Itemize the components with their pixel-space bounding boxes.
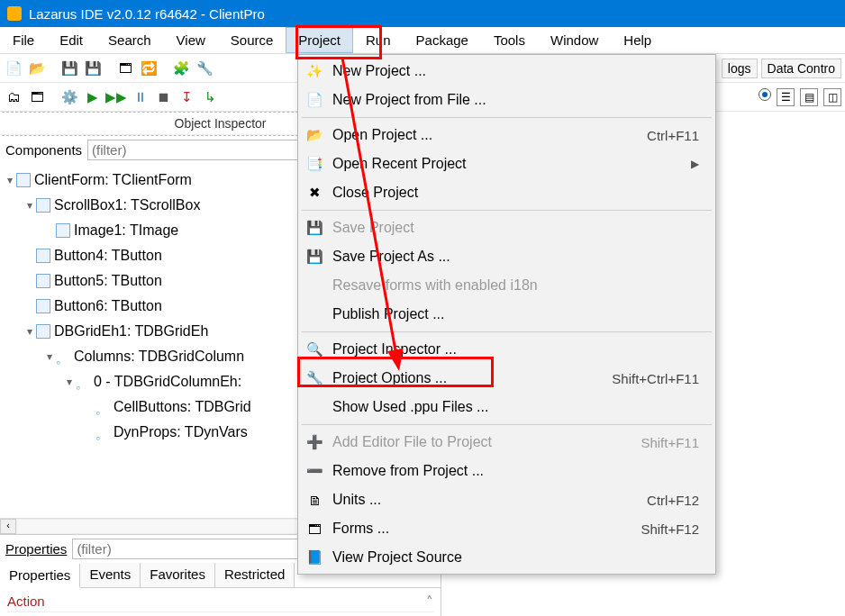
menu-item-label: Save Project As ... (332, 249, 690, 265)
tree-twisty-icon[interactable]: ▾ (23, 319, 36, 344)
tool-new-icon[interactable]: 📄 (4, 59, 23, 78)
menu-item-label: Remove from Project ... (332, 463, 690, 479)
blank-icon (305, 305, 323, 323)
tool-viewforms-icon[interactable]: 🗔 (27, 87, 47, 107)
menu-item-publish-project[interactable]: Publish Project ... (298, 300, 715, 329)
menu-shortcut: Shift+F11 (641, 435, 699, 450)
menu-item-new-project-from-file[interactable]: 📄New Project from File ... (298, 86, 715, 114)
menu-project[interactable]: Project (286, 27, 353, 53)
menu-item-project-inspector[interactable]: 🔍Project Inspector ... (298, 335, 715, 364)
menu-edit[interactable]: Edit (47, 27, 95, 53)
menu-item-project-options[interactable]: 🔧Project Options ...Shift+Ctrl+F11 (298, 364, 715, 393)
tree-item-label: CellButtons: TDBGrid (114, 394, 251, 420)
menu-bar: File Edit Search View Source Project Run… (0, 27, 845, 54)
tool-stepover-icon[interactable]: ↧ (177, 87, 196, 107)
menu-file[interactable]: File (0, 27, 47, 53)
menu-item-label: Save Project (332, 220, 690, 236)
menu-item-resave-forms-with-enabled-i18n: Resave forms with enabled i18n (298, 271, 715, 300)
tree-item-label: 0 - TDBGridColumnEh: (94, 369, 241, 394)
menu-item-forms[interactable]: 🗔Forms ...Shift+F12 (298, 514, 715, 543)
menu-item-units[interactable]: 🗎Units ...Ctrl+F12 (298, 485, 715, 514)
title-bar: Lazarus IDE v2.0.12 r64642 - ClientPro (0, 0, 845, 27)
tab-properties[interactable]: Properties (0, 564, 80, 588)
window-title: Lazarus IDE v2.0.12 r64642 - ClientPro (29, 6, 265, 22)
property-icon (56, 349, 70, 364)
chevron-up-icon[interactable]: ˄ (419, 593, 433, 610)
menu-tools[interactable]: Tools (481, 27, 538, 53)
menu-item-label: Forms ... (332, 521, 631, 537)
tree-twisty-icon[interactable]: ▾ (63, 369, 76, 394)
tool-run-icon[interactable]: ▶ (83, 87, 103, 107)
form-icon (36, 299, 50, 313)
menu-item-show-used-ppu-files[interactable]: Show Used .ppu Files ... (298, 393, 715, 421)
menu-run[interactable]: Run (353, 27, 404, 53)
tool-save-icon[interactable]: 💾 (59, 59, 79, 78)
tool-build-icon[interactable]: ⚙️ (59, 87, 79, 107)
editor-view-controls: ☰ ▤ ◫ (759, 88, 841, 106)
tool-viewunits-icon[interactable]: 🗂 (4, 87, 23, 107)
tab-events[interactable]: Events (80, 563, 141, 587)
tool-stop-icon[interactable]: ⏹ (153, 87, 173, 107)
tree-item-label: Columns: TDBGridColumn (74, 344, 244, 369)
tool-run2-icon[interactable]: ▶▶ (106, 87, 126, 107)
menu-view[interactable]: View (164, 27, 218, 53)
addfile-icon: ➕ (305, 433, 323, 451)
menu-item-remove-from-project[interactable]: ➖Remove from Project ... (298, 457, 715, 485)
project-menu-dropdown: ✨New Project ...📄New Project from File .… (297, 54, 716, 575)
menu-item-save-project: 💾Save Project (298, 213, 715, 242)
tree-twisty-icon[interactable]: ▾ (43, 344, 56, 369)
tab-favorites[interactable]: Favorites (141, 563, 215, 587)
menu-source[interactable]: Source (218, 27, 286, 53)
menu-item-open-project[interactable]: 📂Open Project ...Ctrl+F11 (298, 121, 715, 149)
menu-package[interactable]: Package (404, 27, 481, 53)
menu-item-label: New Project ... (332, 63, 690, 79)
tool-options-icon[interactable]: 🔧 (195, 59, 214, 78)
tree-item-label: DBGridEh1: TDBGridEh (54, 319, 208, 344)
submenu-arrow-icon: ▶ (691, 158, 699, 170)
view-radio-icon[interactable] (759, 88, 771, 101)
menu-shortcut: Shift+F12 (641, 521, 699, 537)
view-btn2-icon[interactable]: ▤ (800, 88, 818, 106)
palette-tab-datacontrols[interactable]: Data Contro (761, 59, 841, 78)
scroll-left-icon[interactable]: ‹ (0, 519, 16, 534)
menu-item-view-project-source[interactable]: 📘View Project Source (298, 543, 715, 572)
palette-tab-logs[interactable]: logs (722, 59, 758, 78)
menu-item-label: New Project from File ... (332, 92, 690, 108)
save-icon: 💾 (305, 219, 323, 237)
view-btn1-icon[interactable]: ☰ (777, 88, 795, 106)
menu-shortcut: Ctrl+F11 (647, 128, 699, 143)
property-grid[interactable]: Action ˄ (0, 588, 441, 616)
menu-window[interactable]: Window (538, 27, 611, 53)
tab-restricted[interactable]: Restricted (215, 563, 295, 587)
tool-open-icon[interactable]: 📂 (27, 59, 47, 78)
menu-shortcut: Shift+Ctrl+F11 (612, 371, 699, 386)
menu-item-label: Add Editor File to Project (332, 434, 631, 450)
menu-item-add-editor-file-to-project: ➕Add Editor File to ProjectShift+F11 (298, 428, 715, 457)
viewsrc-icon: 📘 (305, 548, 323, 566)
tool-toggle-icon[interactable]: 🔁 (139, 59, 159, 78)
menu-item-open-recent-project[interactable]: 📑Open Recent Project▶ (298, 149, 715, 178)
tool-manage-icon[interactable]: 🧩 (171, 59, 191, 78)
newfile-icon: 📄 (305, 91, 323, 109)
units-icon: 🗎 (305, 491, 323, 509)
menu-item-label: Project Options ... (332, 370, 603, 386)
menu-item-close-project[interactable]: ✖Close Project (298, 178, 715, 207)
tool-saveall-icon[interactable]: 💾 (83, 59, 103, 78)
property-row[interactable]: Action ˄ (7, 592, 433, 612)
tool-pause-icon[interactable]: ⏸ (130, 87, 150, 107)
menu-item-new-project[interactable]: ✨New Project ... (298, 57, 715, 86)
tree-item-label: Button4: TButton (54, 243, 162, 268)
menu-search[interactable]: Search (95, 27, 164, 53)
menu-item-save-project-as[interactable]: 💾Save Project As ... (298, 242, 715, 271)
tool-stepinto-icon[interactable]: ↳ (200, 87, 220, 107)
view-btn3-icon[interactable]: ◫ (823, 88, 841, 106)
tree-item-label: Button5: TButton (54, 268, 162, 294)
blank-icon (305, 398, 323, 416)
form-icon (56, 223, 70, 238)
properties-label: Properties (5, 541, 67, 557)
tool-newform-icon[interactable]: 🗔 (115, 59, 135, 78)
tree-twisty-icon[interactable]: ▾ (23, 193, 36, 218)
remove-icon: ➖ (305, 462, 323, 480)
tree-twisty-icon[interactable]: ▾ (4, 168, 16, 193)
menu-help[interactable]: Help (611, 27, 664, 53)
